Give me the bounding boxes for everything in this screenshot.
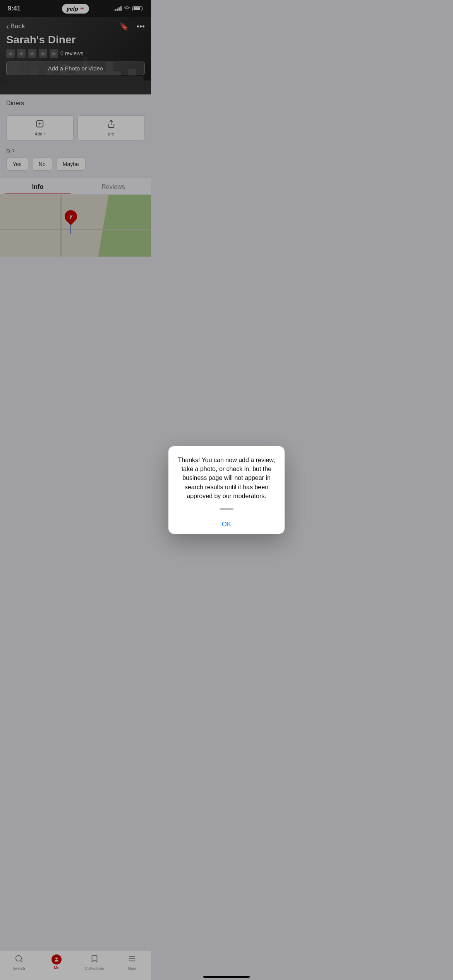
modal-overlay: Thanks! You can now add a review, take a… — [0, 0, 151, 327]
